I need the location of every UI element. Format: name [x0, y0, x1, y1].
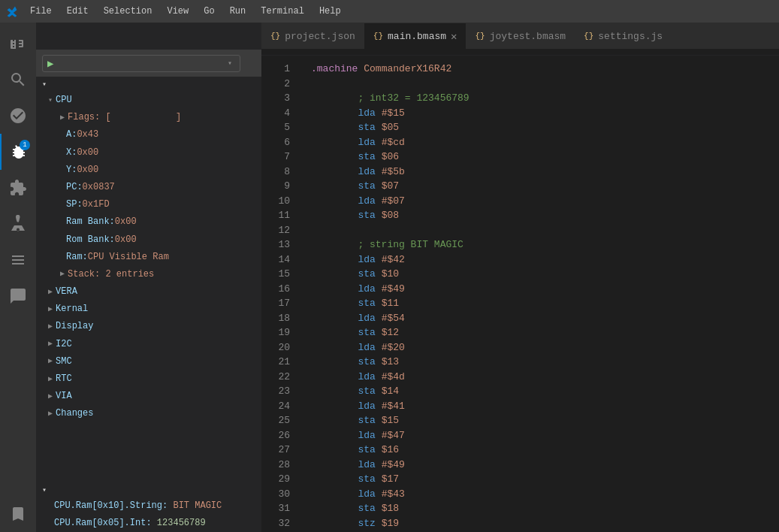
code-line-29[interactable]: sta $17: [299, 472, 779, 487]
code-line-17[interactable]: sta $11: [299, 296, 779, 311]
kernal-item[interactable]: ▶ Kernal: [36, 301, 261, 318]
code-line-28[interactable]: lda #$49: [299, 458, 779, 473]
tab-main-bmasm-icon: {}: [373, 32, 383, 41]
line-number-31: 31: [261, 501, 299, 516]
activity-chat[interactable]: [0, 278, 36, 314]
changes-expand-icon: ▶: [48, 408, 53, 420]
a-item[interactable]: A: 0x43: [36, 126, 261, 144]
menu-edit[interactable]: Edit: [61, 5, 95, 18]
code-line-1[interactable]: .machine CommanderX16R42: [299, 62, 779, 77]
vscode-logo: [6, 5, 18, 17]
line-number-4: 4: [261, 106, 299, 121]
rtc-item[interactable]: ▶ RTC: [36, 370, 261, 388]
watch-item-0[interactable]: CPU.Ram[0x10].String: BIT MAGIC: [36, 497, 261, 515]
sidebar: ▶ ▾ ▾ ▾ CPU ▶ Flags: [ ]: [36, 23, 261, 532]
variables-section-header[interactable]: ▾: [36, 77, 261, 92]
code-line-2[interactable]: [299, 77, 779, 92]
debug-config-dropdown[interactable]: ▶ ▾: [42, 55, 240, 72]
watch-item-1-value: 123456789: [157, 518, 206, 528]
code-line-16[interactable]: lda #$49: [299, 282, 779, 297]
code-line-9[interactable]: sta $07: [299, 179, 779, 194]
code-line-3[interactable]: ; int32 = 123456789: [299, 91, 779, 106]
changes-item[interactable]: ▶ Changes: [36, 405, 261, 422]
y-value: 0x00: [77, 163, 98, 177]
code-line-31[interactable]: sta $18: [299, 501, 779, 516]
code-line-25[interactable]: sta $15: [299, 413, 779, 428]
cpu-group[interactable]: ▾ CPU: [36, 92, 261, 109]
menu-file[interactable]: File: [24, 5, 58, 18]
code-line-26[interactable]: lda #$47: [299, 428, 779, 443]
activity-source-control[interactable]: [0, 98, 36, 134]
rtc-label: RTC: [56, 372, 72, 386]
activity-explorer[interactable]: [0, 26, 36, 62]
code-line-24[interactable]: lda #$41: [299, 399, 779, 414]
code-line-23[interactable]: sta $14: [299, 384, 779, 399]
tab-settings-js[interactable]: {} settings.js: [575, 23, 672, 49]
menu-go[interactable]: Go: [198, 5, 220, 18]
i2c-item[interactable]: ▶ I2C: [36, 336, 261, 353]
code-line-22[interactable]: lda #$4d: [299, 370, 779, 385]
code-line-32[interactable]: stz $19: [299, 516, 779, 531]
activity-bookmark[interactable]: [0, 496, 36, 532]
activity-extensions[interactable]: [0, 170, 36, 206]
code-line-27[interactable]: sta $16: [299, 443, 779, 458]
activity-remote[interactable]: [0, 242, 36, 278]
debug-settings-button[interactable]: [243, 61, 248, 65]
stack-item[interactable]: ▶ Stack: 2 entries: [36, 266, 261, 283]
activity-test[interactable]: [0, 206, 36, 242]
code-line-10[interactable]: lda #$07: [299, 194, 779, 209]
activity-debug-badge: 1: [20, 140, 30, 150]
code-line-8[interactable]: lda #$5b: [299, 165, 779, 180]
menu-terminal[interactable]: Terminal: [255, 5, 310, 18]
code-line-13[interactable]: ; string BIT MAGIC: [299, 237, 779, 252]
a-name: A:: [66, 128, 77, 142]
line-numbers: 1234567891011121314151617181920212223242…: [261, 56, 299, 532]
smc-item[interactable]: ▶ SMC: [36, 353, 261, 370]
y-item[interactable]: Y: 0x00: [36, 162, 261, 179]
menu-view[interactable]: View: [161, 5, 195, 18]
tab-main-bmasm-close[interactable]: ✕: [451, 30, 457, 43]
code-line-12[interactable]: [299, 223, 779, 238]
tab-project-json[interactable]: {} project.json: [261, 23, 364, 49]
pc-item[interactable]: PC: 0x0837: [36, 179, 261, 196]
vera-item[interactable]: ▶ VERA: [36, 283, 261, 301]
line-number-15: 15: [261, 267, 299, 282]
ram-item[interactable]: Ram: CPU Visible Ram: [36, 249, 261, 266]
tab-joytest-bmasm[interactable]: {} joytest.bmasm: [466, 23, 575, 49]
x-item[interactable]: X: 0x00: [36, 144, 261, 162]
code-area[interactable]: .machine CommanderX16R42 ; int32 = 12345…: [299, 56, 779, 532]
tab-bar: {} project.json {} main.bmasm ✕ {} joyte…: [261, 23, 779, 49]
watch-item-1[interactable]: CPU.Ram[0x05].Int: 123456789: [36, 515, 261, 532]
code-line-14[interactable]: lda #$42: [299, 252, 779, 268]
line-number-22: 22: [261, 370, 299, 385]
code-line-15[interactable]: sta $10: [299, 267, 779, 282]
code-line-30[interactable]: lda #$43: [299, 487, 779, 502]
menu-bar[interactable]: File Edit Selection View Go Run Terminal…: [24, 5, 347, 18]
code-line-7[interactable]: sta $06: [299, 150, 779, 165]
flags-item[interactable]: ▶ Flags: [ ]: [36, 109, 261, 126]
code-line-20[interactable]: lda #$20: [299, 340, 779, 355]
code-line-11[interactable]: sta $08: [299, 208, 779, 223]
display-item[interactable]: ▶ Display: [36, 318, 261, 335]
via-item[interactable]: ▶ VIA: [36, 388, 261, 405]
code-line-6[interactable]: lda #$cd: [299, 135, 779, 150]
code-line-21[interactable]: sta $13: [299, 355, 779, 370]
activity-search[interactable]: [0, 62, 36, 98]
tab-main-bmasm[interactable]: {} main.bmasm ✕: [364, 23, 466, 49]
activity-debug[interactable]: 1: [0, 134, 36, 170]
pc-name: PC:: [66, 180, 83, 195]
menu-run[interactable]: Run: [224, 5, 252, 18]
rambank-item[interactable]: Ram Bank: 0x00: [36, 213, 261, 231]
sp-item[interactable]: SP: 0x1FD: [36, 196, 261, 213]
code-line-18[interactable]: lda #$54: [299, 311, 779, 326]
debug-more-button[interactable]: [251, 61, 255, 65]
code-line-5[interactable]: sta $05: [299, 120, 779, 135]
code-line-4[interactable]: lda #$15: [299, 106, 779, 121]
menu-selection[interactable]: Selection: [98, 5, 159, 18]
activity-bar: 1: [0, 23, 36, 532]
menu-help[interactable]: Help: [313, 5, 347, 18]
line-number-8: 8: [261, 165, 299, 180]
code-line-19[interactable]: sta $12: [299, 325, 779, 340]
rombank-item[interactable]: Rom Bank: 0x00: [36, 231, 261, 249]
watch-section-header[interactable]: ▾: [36, 482, 261, 497]
